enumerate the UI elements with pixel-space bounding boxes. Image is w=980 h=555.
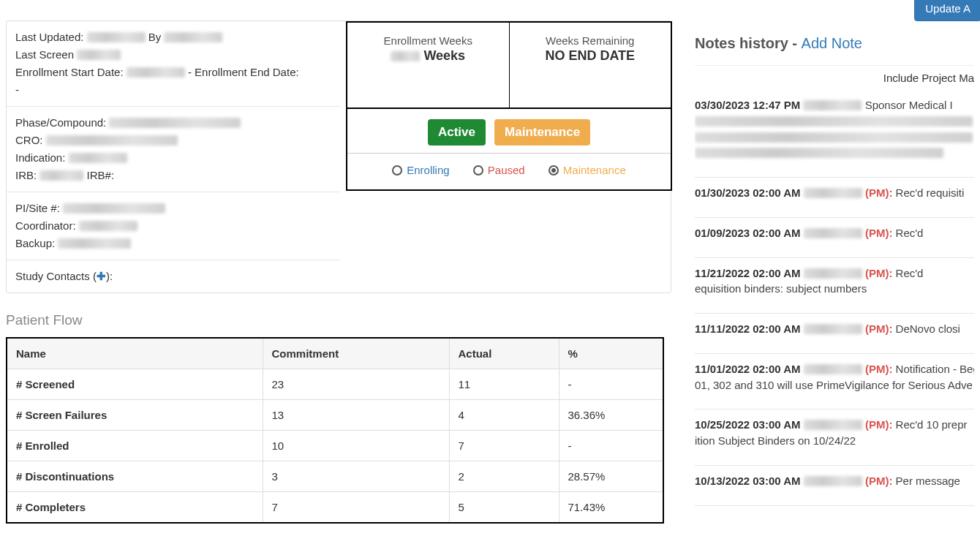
- coord-label: Coordinator:: [15, 219, 76, 232]
- note-text: equisition binders: subject numbers: [695, 282, 867, 295]
- pi-label: PI/Site #:: [15, 202, 60, 214]
- redacted: [77, 50, 121, 60]
- redacted: [695, 116, 973, 127]
- note-text: Rec'd: [896, 227, 924, 239]
- note-item[interactable]: 01/30/2023 02:00 AM (PM): Rec'd requisit…: [695, 178, 974, 218]
- note-text: 01, 302 and 310 will use PrimeVigilance …: [695, 379, 973, 391]
- backup-label: Backup:: [15, 237, 55, 249]
- pf-commit: 23: [263, 369, 449, 400]
- note-pm-tag: (PM):: [865, 475, 893, 487]
- pf-header-pct: %: [559, 338, 663, 369]
- note-timestamp: 10/25/2022 03:00 AM: [695, 418, 801, 431]
- redacted: [695, 148, 943, 158]
- radio-enrolling[interactable]: Enrolling: [392, 164, 449, 176]
- pf-actual: 11: [449, 369, 559, 400]
- redacted: [804, 364, 862, 374]
- pf-name: # Screened: [7, 369, 263, 400]
- note-pm-tag: (PM):: [865, 227, 893, 239]
- table-row: # Completers7571.43%: [7, 492, 663, 524]
- pf-pct: -: [559, 369, 663, 400]
- cro-label: CRO:: [15, 134, 43, 146]
- indication-label: Indication:: [15, 151, 65, 164]
- redacted: [63, 203, 165, 214]
- note-item[interactable]: 03/30/2023 12:47 PM Sponsor Medical I: [695, 90, 974, 178]
- redacted: [58, 238, 131, 249]
- note-item[interactable]: 10/25/2022 03:00 AM (PM): Rec'd 10 prepr…: [695, 409, 974, 466]
- redacted: [804, 476, 862, 486]
- pf-header-actual: Actual: [449, 338, 559, 369]
- pf-name: # Completers: [7, 492, 263, 524]
- enroll-weeks-value: Weeks: [423, 48, 465, 63]
- maintenance-badge: Maintenance: [494, 119, 590, 146]
- pf-commit: 10: [263, 431, 449, 461]
- note-item[interactable]: 01/09/2023 02:00 AM (PM): Rec'd: [695, 218, 974, 258]
- note-text: Per message: [896, 475, 960, 487]
- last-screen-label: Last Screen: [15, 48, 74, 61]
- contacts-label: Study Contacts (: [15, 270, 97, 282]
- note-text: Rec'd requisiti: [896, 186, 965, 199]
- redacted: [39, 170, 83, 181]
- pf-pct: 71.43%: [559, 492, 663, 524]
- pf-header-name: Name: [7, 338, 263, 369]
- redacted: [391, 51, 420, 61]
- active-badge: Active: [428, 119, 486, 146]
- patient-flow-title: Patient Flow: [6, 312, 671, 328]
- redacted: [79, 221, 137, 231]
- by-label: By: [148, 31, 162, 43]
- redacted: [164, 32, 222, 42]
- note-item[interactable]: 11/01/2022 02:00 AM (PM): Notification -…: [695, 354, 974, 410]
- table-row: # Discontinuations3228.57%: [7, 461, 663, 492]
- redacted: [695, 132, 973, 143]
- note-text: Rec'd 10 prepr: [896, 418, 968, 431]
- redacted: [127, 67, 185, 78]
- note-timestamp: 11/11/2022 02:00 AM: [695, 322, 801, 335]
- note-timestamp: 11/01/2022 02:00 AM: [695, 363, 801, 375]
- note-pm-tag: (PM):: [865, 186, 893, 199]
- radio-paused[interactable]: Paused: [473, 164, 525, 176]
- remain-value: NO END DATE: [510, 48, 671, 64]
- include-pm-label: Include Project Ma: [695, 72, 974, 84]
- patient-flow-table: Name Commitment Actual % # Screened2311-…: [6, 337, 664, 524]
- radio-maintenance[interactable]: Maintenance: [549, 164, 626, 176]
- note-pm-tag: (PM):: [865, 267, 893, 279]
- table-row: # Enrolled107-: [7, 431, 663, 461]
- pf-actual: 4: [449, 400, 559, 431]
- redacted: [804, 268, 862, 279]
- pf-commit: 13: [263, 400, 449, 431]
- study-info-box: Last Updated: By Last Screen Enrollment …: [6, 20, 671, 293]
- table-row: # Screen Failures13436.36%: [7, 400, 663, 431]
- pf-commit: 7: [263, 492, 449, 524]
- phase-label: Phase/Compound:: [15, 116, 106, 129]
- pf-name: # Screen Failures: [7, 400, 263, 431]
- note-timestamp: 01/30/2023 02:00 AM: [695, 186, 801, 199]
- note-pm-tag: (PM):: [865, 322, 893, 335]
- redacted: [109, 118, 241, 128]
- enroll-start-label: Enrollment Start Date:: [15, 66, 124, 78]
- note-item[interactable]: 11/11/2022 02:00 AM (PM): DeNovo closi: [695, 314, 974, 354]
- remain-label: Weeks Remaining: [510, 34, 671, 47]
- pf-name: # Discontinuations: [7, 461, 263, 492]
- enroll-weeks-label: Enrollment Weeks: [347, 34, 509, 47]
- redacted: [46, 135, 178, 146]
- redacted: [87, 32, 146, 42]
- irb-num-label: IRB#:: [87, 169, 115, 181]
- add-note-link[interactable]: Add Note: [802, 35, 862, 51]
- note-pm-tag: (PM):: [865, 363, 893, 375]
- note-item[interactable]: 10/13/2022 03:00 AM (PM): Per message: [695, 466, 974, 506]
- status-box: Enrollment Weeks Weeks Weeks Remaining N…: [346, 21, 672, 191]
- note-text: ition Subject Binders on 10/24/22: [695, 434, 856, 447]
- note-timestamp: 10/13/2022 03:00 AM: [695, 475, 801, 487]
- table-row: # Screened2311-: [7, 369, 663, 400]
- update-button[interactable]: Update A: [914, 0, 980, 21]
- note-timestamp: 01/09/2023 02:00 AM: [695, 227, 801, 239]
- pf-actual: 2: [449, 461, 559, 492]
- note-item[interactable]: 11/21/2022 02:00 AM (PM): Rec'd equisiti…: [695, 258, 974, 314]
- add-contact-icon[interactable]: ✚: [97, 270, 106, 282]
- enroll-end-label: - Enrollment End Date:: [188, 66, 299, 78]
- redacted: [803, 100, 862, 110]
- pf-commit: 3: [263, 461, 449, 492]
- note-timestamp: 03/30/2023 12:47 PM: [695, 99, 800, 111]
- pf-header-commit: Commitment: [263, 338, 449, 369]
- redacted: [804, 188, 862, 198]
- redacted: [804, 228, 862, 238]
